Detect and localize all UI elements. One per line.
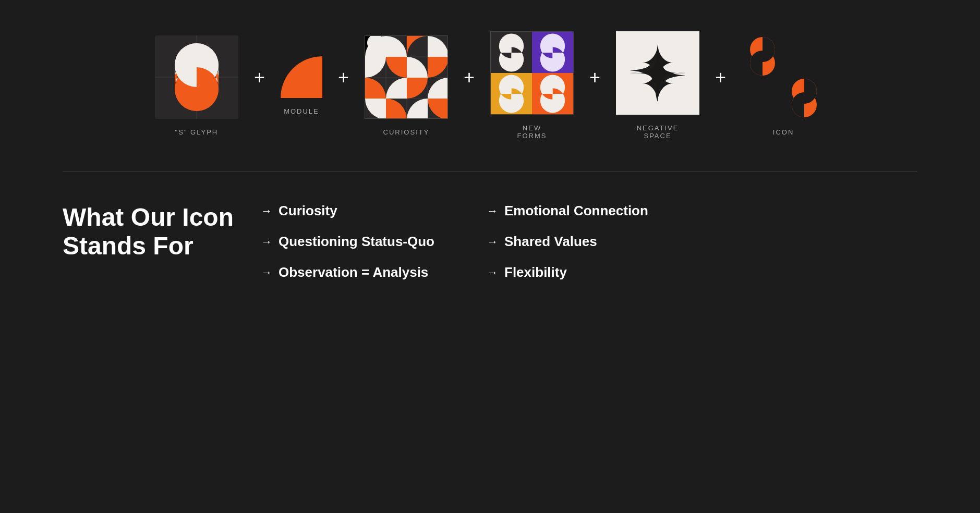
svg-rect-94 — [783, 35, 804, 77]
svg-rect-99 — [763, 77, 783, 119]
new-forms-label: NEW FORMS — [517, 124, 547, 140]
top-section: "S" GLYPH + MODULE + — [63, 31, 917, 140]
section-divider — [63, 171, 917, 172]
svg-point-95 — [792, 37, 817, 62]
svg-point-91 — [792, 51, 817, 76]
negative-space-visual — [616, 31, 699, 115]
negative-space-group: NEGATIVE SPACE — [616, 31, 699, 140]
arrow-1: → — [261, 204, 272, 218]
svg-rect-79 — [742, 77, 783, 119]
value-curiosity: → Curiosity — [261, 203, 434, 219]
arrow-4: → — [487, 204, 498, 218]
right-values-list: → Emotional Connection → Shared Values →… — [487, 203, 648, 280]
svg-point-92 — [792, 37, 817, 62]
values-columns: → Curiosity → Questioning Status-Quo → O… — [261, 203, 917, 280]
new-forms-visual — [490, 31, 574, 115]
icon-group: ICON — [742, 35, 825, 136]
curiosity-visual — [365, 35, 448, 119]
icon-final-visual — [742, 35, 825, 119]
left-values-list: → Curiosity → Questioning Status-Quo → O… — [261, 203, 434, 280]
svg-point-96 — [792, 51, 817, 76]
value-flexibility: → Flexibility — [487, 264, 648, 280]
arrow-6: → — [487, 266, 498, 279]
value-shared-values: → Shared Values — [487, 234, 648, 250]
s-glyph-label: "S" GLYPH — [175, 128, 219, 136]
arrow-2: → — [261, 235, 272, 249]
curiosity-label: CURIOSITY — [383, 128, 430, 136]
new-forms-group: NEW FORMS — [490, 31, 574, 140]
svg-point-102 — [750, 92, 775, 117]
s-glyph-group: "S" GLYPH — [155, 35, 238, 136]
svg-rect-78 — [783, 35, 825, 77]
arrow-5: → — [487, 235, 498, 249]
icon-label: ICON — [773, 128, 794, 136]
module-visual — [281, 56, 322, 98]
arrow-3: → — [261, 266, 272, 279]
svg-rect-100 — [742, 77, 763, 119]
page-wrapper: "S" GLYPH + MODULE + — [0, 0, 980, 513]
value-observation: → Observation = Analysis — [261, 264, 434, 280]
s-glyph-visual — [155, 35, 238, 119]
plus-2: + — [338, 67, 349, 89]
plus-5: + — [715, 67, 726, 89]
module-label: MODULE — [284, 107, 319, 115]
plus-1: + — [254, 67, 265, 89]
svg-point-97 — [750, 92, 775, 117]
main-heading: What Our Icon Stands For — [63, 203, 261, 260]
plus-4: + — [589, 67, 600, 89]
bottom-section: What Our Icon Stands For → Curiosity → Q… — [63, 203, 917, 280]
svg-rect-93 — [804, 35, 825, 77]
curiosity-group: CURIOSITY — [365, 35, 448, 136]
value-emotional: → Emotional Connection — [487, 203, 648, 219]
value-questioning: → Questioning Status-Quo — [261, 234, 434, 250]
plus-3: + — [464, 67, 475, 89]
svg-point-98 — [750, 79, 775, 104]
heading-column: What Our Icon Stands For — [63, 203, 261, 260]
negative-space-label: NEGATIVE SPACE — [637, 124, 679, 140]
module-group: MODULE — [281, 56, 322, 115]
svg-point-101 — [750, 79, 775, 104]
